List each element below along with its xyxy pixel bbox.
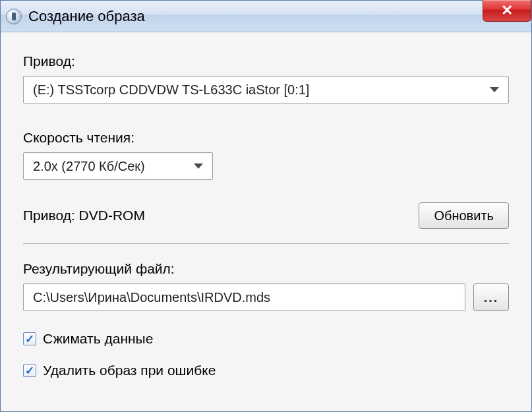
delete-on-error-checkbox[interactable]: ✓ bbox=[23, 364, 36, 377]
app-icon bbox=[6, 9, 22, 24]
separator bbox=[23, 243, 509, 244]
titlebar: Создание образа ✕ bbox=[1, 1, 531, 32]
compress-checkbox[interactable]: ✓ bbox=[23, 332, 36, 345]
refresh-button[interactable]: Обновить bbox=[419, 202, 509, 229]
result-file-label: Результирующий файл: bbox=[23, 261, 509, 277]
drive-type-label: Привод: bbox=[23, 208, 75, 223]
speed-label: Скорость чтения: bbox=[23, 130, 509, 146]
drive-select[interactable]: (E:) TSSTcorp CDDVDW TS-L633C iaStor [0:… bbox=[23, 76, 509, 103]
check-icon: ✓ bbox=[25, 334, 34, 345]
browse-button[interactable]: ... bbox=[473, 283, 509, 311]
close-icon: ✕ bbox=[501, 3, 513, 18]
close-button[interactable]: ✕ bbox=[483, 0, 531, 22]
result-file-input[interactable] bbox=[23, 283, 465, 311]
compress-checkbox-label: Сжимать данные bbox=[43, 331, 153, 347]
window-title: Создание образа bbox=[28, 8, 145, 25]
drive-select-value: (E:) TSSTcorp CDDVDW TS-L633C iaStor [0:… bbox=[33, 82, 309, 98]
drive-type-value: DVD-ROM bbox=[79, 208, 145, 223]
chevron-down-icon bbox=[194, 163, 203, 169]
dialog-window: Создание образа ✕ Привод: (E:) TSSTcorp … bbox=[0, 0, 532, 412]
check-icon: ✓ bbox=[25, 365, 34, 376]
speed-select[interactable]: 2.0x (2770 Кб/Сек) bbox=[23, 152, 213, 180]
drive-type-info: Привод: DVD-ROM bbox=[23, 208, 145, 223]
speed-select-value: 2.0x (2770 Кб/Сек) bbox=[33, 159, 145, 174]
drive-label: Привод: bbox=[23, 53, 509, 69]
delete-on-error-checkbox-label: Удалить образ при ошибке bbox=[43, 363, 216, 378]
chevron-down-icon bbox=[490, 87, 499, 92]
dialog-content: Привод: (E:) TSSTcorp CDDVDW TS-L633C ia… bbox=[1, 32, 531, 385]
